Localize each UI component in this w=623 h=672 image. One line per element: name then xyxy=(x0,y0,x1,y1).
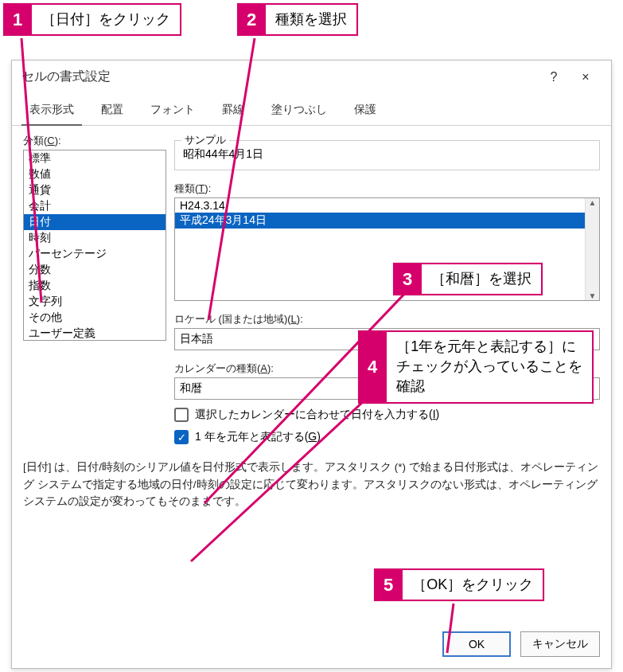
sample-value: 昭和44年4月1日 xyxy=(183,147,591,162)
category-item-accounting[interactable]: 会計 xyxy=(24,198,165,214)
tab-fill[interactable]: 塗りつぶし xyxy=(263,96,335,125)
sample-group: サンプル 昭和44年4月1日 xyxy=(174,140,600,170)
callout-1-number: 1 xyxy=(3,3,32,36)
callout-5: 5 ［OK］をクリック xyxy=(374,568,544,601)
callout-3-number: 3 xyxy=(393,263,422,295)
callout-2-label: 種類を選択 xyxy=(266,3,358,36)
callout-2-number: 2 xyxy=(237,3,266,36)
category-item-time[interactable]: 時刻 xyxy=(24,230,165,246)
callout-3-label: ［和暦］を選択 xyxy=(422,263,543,295)
tab-number-format[interactable]: 表示形式 xyxy=(21,96,82,125)
type-scrollbar[interactable]: ▲ ▼ xyxy=(585,198,599,300)
callout-1-label: ［日付］をクリック xyxy=(32,3,181,36)
ok-button[interactable]: OK xyxy=(442,631,511,657)
titlebar: セルの書式設定 ? × xyxy=(12,61,611,93)
category-item-custom[interactable]: ユーザー定義 xyxy=(24,326,165,341)
callout-2: 2 種類を選択 xyxy=(237,3,358,36)
callout-4: 4 ［1年を元年と表記する］にチェックが入っていることを確認 xyxy=(358,330,594,404)
checkbox-gannen[interactable]: ✓ xyxy=(174,430,189,444)
tab-alignment[interactable]: 配置 xyxy=(93,96,131,125)
type-item-short[interactable]: H24.3.14 xyxy=(175,198,599,213)
type-label: 種類(T): xyxy=(174,182,600,196)
category-item-scientific[interactable]: 指数 xyxy=(24,278,165,294)
tab-strip: 表示形式 配置 フォント 罫線 塗りつぶし 保護 xyxy=(12,93,611,126)
category-item-text[interactable]: 文字列 xyxy=(24,294,165,310)
type-item-long[interactable]: 平成24年3月14日 xyxy=(175,213,599,229)
callout-5-number: 5 xyxy=(374,568,403,601)
checkbox-row-input-by-calendar[interactable]: 選択したカレンダーに合わせて日付を入力する(I) xyxy=(174,408,600,422)
dialog-title: セルの書式設定 xyxy=(21,68,538,85)
callout-5-label: ［OK］をクリック xyxy=(403,568,544,601)
checkbox-input-by-calendar[interactable] xyxy=(174,408,189,422)
callout-3: 3 ［和暦］を選択 xyxy=(393,263,543,295)
help-button[interactable]: ? xyxy=(538,70,570,84)
category-item-percentage[interactable]: パーセンテージ xyxy=(24,246,165,262)
checkbox-row-gannen[interactable]: ✓ 1 年を元年と表記する(G) xyxy=(174,430,600,444)
cancel-button[interactable]: キャンセル xyxy=(520,631,600,657)
sample-label: サンプル xyxy=(181,133,229,147)
category-item-special[interactable]: その他 xyxy=(24,310,165,326)
close-button[interactable]: × xyxy=(570,70,602,84)
category-item-currency[interactable]: 通貨 xyxy=(24,182,165,198)
scroll-up-icon[interactable]: ▲ xyxy=(589,198,597,207)
description-text: [日付] は、日付/時刻のシリアル値を日付形式で表示します。アスタリスク (*)… xyxy=(23,459,600,510)
scroll-down-icon[interactable]: ▼ xyxy=(589,291,597,300)
category-item-date[interactable]: 日付 xyxy=(24,214,165,230)
tab-border[interactable]: 罫線 xyxy=(214,96,252,125)
category-label: 分類(C): xyxy=(23,134,166,148)
callout-1: 1 ［日付］をクリック xyxy=(3,3,181,36)
checkbox-input-by-calendar-label: 選択したカレンダーに合わせて日付を入力する(I) xyxy=(195,408,439,422)
category-item-standard[interactable]: 標準 xyxy=(24,150,165,166)
category-listbox[interactable]: 標準 数値 通貨 会計 日付 時刻 パーセンテージ 分数 指数 文字列 その他 … xyxy=(23,150,166,341)
callout-4-label: ［1年を元年と表記する］にチェックが入っていることを確認 xyxy=(387,330,594,404)
category-item-number[interactable]: 数値 xyxy=(24,166,165,182)
tab-protection[interactable]: 保護 xyxy=(346,96,384,125)
tab-font[interactable]: フォント xyxy=(142,96,203,125)
checkbox-gannen-label: 1 年を元年と表記する(G) xyxy=(195,430,321,444)
callout-4-number: 4 xyxy=(358,330,387,404)
locale-label: ロケール (国または地域)(L): xyxy=(174,312,600,326)
category-item-fraction[interactable]: 分数 xyxy=(24,262,165,278)
dialog-footer: OK キャンセル xyxy=(12,623,611,668)
